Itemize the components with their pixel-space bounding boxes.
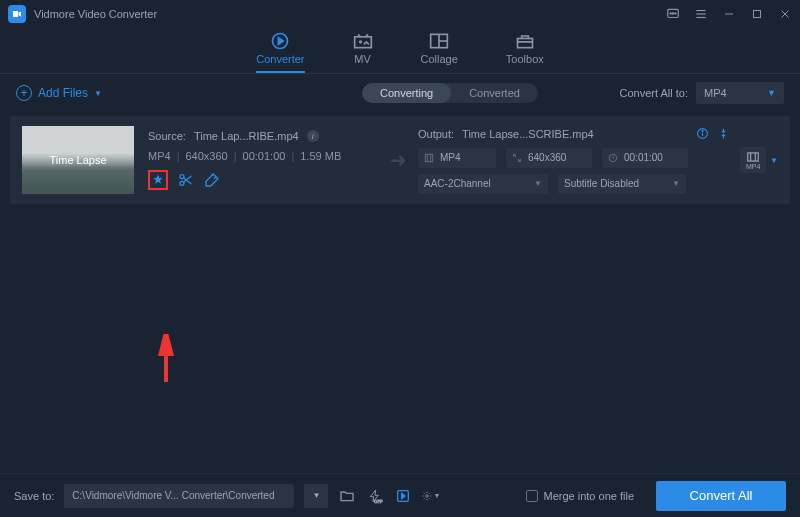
output-column: Output: Time Lapse...SCRIBE.mp4 MP4 640x… (418, 127, 730, 194)
converter-icon (270, 32, 290, 50)
svg-rect-8 (754, 11, 761, 18)
path-dropdown[interactable]: ▼ (304, 484, 328, 508)
app-logo (8, 5, 26, 23)
tab-label: MV (354, 53, 371, 65)
source-filename: Time Lap...RIBE.mp4 (194, 130, 299, 142)
title-bar: Vidmore Video Converter (0, 0, 800, 28)
svg-rect-17 (517, 39, 532, 48)
chevron-down-icon: ▼ (94, 89, 102, 98)
close-icon[interactable] (778, 7, 792, 21)
output-filename: Time Lapse...SCRIBE.mp4 (462, 128, 594, 140)
out-dur: 00:01:00 (624, 152, 663, 163)
footer-bar: Save to: C:\Vidmore\Vidmore V... Convert… (0, 473, 800, 517)
convert-all-button[interactable]: Convert All (656, 481, 786, 511)
feedback-icon[interactable] (666, 7, 680, 21)
convert-all-to: Convert All to: MP4 ▼ (620, 82, 784, 104)
subtitle-value: Subtitle Disabled (564, 178, 639, 189)
settings-gear-icon[interactable]: ▼ (422, 487, 440, 505)
seg-converting[interactable]: Converting (362, 83, 451, 103)
output-format-selector[interactable]: MP4 ▼ (740, 147, 778, 173)
svg-point-3 (675, 13, 676, 14)
maximize-icon[interactable] (750, 7, 764, 21)
tab-toolbox[interactable]: Toolbox (506, 32, 544, 73)
source-column: Source: Time Lap...RIBE.mp4 i MP4640x360… (148, 130, 378, 190)
merge-checkbox[interactable]: Merge into one file (526, 490, 635, 502)
src-res: 640x360 (171, 150, 228, 162)
high-speed-icon[interactable] (394, 487, 412, 505)
open-folder-icon[interactable] (338, 487, 356, 505)
edit-effects-button[interactable] (148, 170, 168, 190)
src-size: 1.59 MB (285, 150, 341, 162)
format-dropdown[interactable]: MP4 ▼ (696, 82, 784, 104)
svg-rect-12 (354, 37, 371, 48)
save-path-field[interactable]: C:\Vidmore\Vidmore V... Converter\Conver… (64, 484, 294, 508)
out-codec-chip: MP4 (418, 148, 496, 168)
audio-dropdown[interactable]: AAC-2Channel ▼ (418, 174, 548, 194)
main-tabs: Converter MV Collage Toolbox (0, 28, 800, 74)
video-thumbnail[interactable]: Time Lapse (22, 126, 134, 194)
svg-text:OFF: OFF (375, 498, 384, 503)
subtitle-dropdown[interactable]: Subtitle Disabled ▼ (558, 174, 686, 194)
out-res: 640x360 (528, 152, 566, 163)
add-files-button[interactable]: + Add Files ▼ (16, 85, 102, 101)
conversion-segment: Converting Converted (362, 83, 538, 103)
annotation-arrow (154, 334, 184, 384)
chevron-down-icon: ▼ (767, 88, 776, 98)
output-label: Output: (418, 128, 454, 140)
tab-label: Collage (421, 53, 458, 65)
collage-icon (429, 32, 449, 50)
arrow-icon: ➜ (378, 148, 418, 172)
chevron-down-icon: ▼ (534, 179, 542, 188)
sub-toolbar: + Add Files ▼ Converting Converted Conve… (0, 74, 800, 112)
tab-label: Converter (256, 53, 304, 65)
tab-mv[interactable]: MV (353, 32, 373, 73)
minimize-icon[interactable] (722, 7, 736, 21)
save-path-value: C:\Vidmore\Vidmore V... Converter\Conver… (72, 490, 274, 501)
src-codec: MP4 (148, 150, 171, 162)
tab-converter[interactable]: Converter (256, 32, 304, 73)
tab-collage[interactable]: Collage (421, 32, 458, 73)
app-title: Vidmore Video Converter (34, 8, 666, 20)
src-dur: 00:01:00 (228, 150, 286, 162)
svg-point-19 (180, 181, 184, 185)
out-res-chip: 640x360 (506, 148, 592, 168)
svg-point-2 (672, 13, 673, 14)
audio-value: AAC-2Channel (424, 178, 491, 189)
info-icon[interactable]: i (307, 130, 319, 142)
svg-rect-23 (425, 154, 433, 162)
convert-all-label: Convert All (690, 488, 753, 503)
svg-point-18 (180, 175, 184, 179)
chevron-down-icon: ▼ (770, 156, 778, 165)
output-info-icon[interactable] (696, 127, 709, 142)
tab-label: Toolbox (506, 53, 544, 65)
add-files-label: Add Files (38, 86, 88, 100)
compress-icon[interactable] (717, 127, 730, 142)
edit-tools (148, 170, 378, 190)
target-fmt: MP4 (746, 163, 760, 170)
chevron-down-icon: ▼ (672, 179, 680, 188)
expand-icon (512, 153, 522, 163)
format-value: MP4 (704, 87, 727, 99)
svg-point-22 (702, 130, 703, 131)
menu-icon[interactable] (694, 7, 708, 21)
mv-icon (353, 32, 373, 50)
checkbox-icon (526, 490, 538, 502)
source-label: Source: (148, 130, 186, 142)
clock-icon (608, 153, 618, 163)
merge-label: Merge into one file (544, 490, 635, 502)
window-controls (666, 7, 792, 21)
out-codec: MP4 (440, 152, 461, 163)
svg-point-13 (359, 41, 361, 43)
enhance-icon[interactable] (204, 172, 220, 188)
toolbox-icon (515, 32, 535, 50)
file-item-row: Time Lapse Source: Time Lap...RIBE.mp4 i… (10, 116, 790, 204)
format-box: MP4 (740, 147, 766, 173)
svg-rect-27 (748, 152, 759, 160)
film-icon (424, 153, 434, 163)
hardware-accel-icon[interactable]: OFF (366, 487, 384, 505)
plus-icon: + (16, 85, 32, 101)
svg-point-33 (426, 494, 429, 497)
convert-all-label: Convert All to: (620, 87, 688, 99)
trim-icon[interactable] (178, 172, 194, 188)
seg-converted[interactable]: Converted (451, 83, 538, 103)
